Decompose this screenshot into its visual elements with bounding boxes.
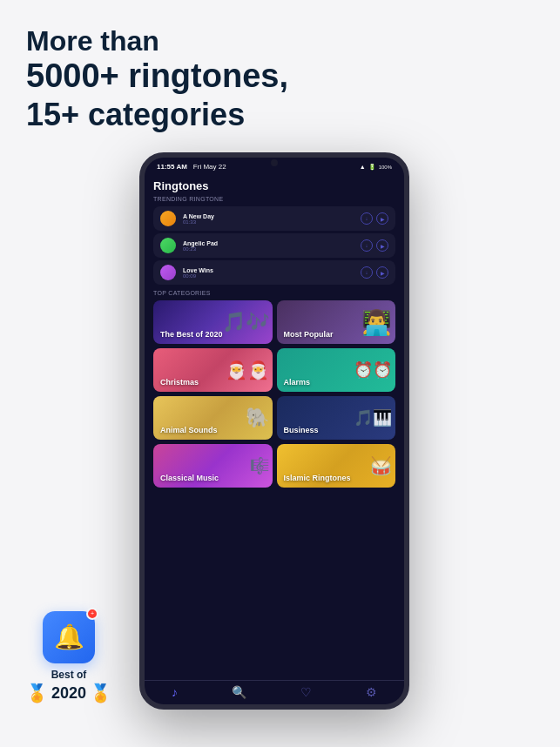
- ringtone-item[interactable]: Angelic Pad 00:23 ↓ ▶: [153, 233, 395, 258]
- play-btn-1[interactable]: ▶: [376, 212, 388, 225]
- ipad-screen: 11:55 AM Fri May 22 ▲ 🔋 100% Ringtones T…: [145, 158, 404, 704]
- notification-badge: +: [86, 608, 98, 620]
- ringtone-duration-1: 01:33: [183, 219, 361, 225]
- categories-grid: 🎵🎶 The Best of 2020 👨‍💻 Most Popular 🎅🎅 …: [153, 300, 395, 488]
- app-icon: 🔔 +: [43, 611, 95, 663]
- best-of-label: Best of: [51, 669, 87, 681]
- ringtone-icon-2: [160, 238, 176, 253]
- download-btn-1[interactable]: ↓: [361, 212, 373, 225]
- ringtone-actions-3: ↓ ▶: [361, 266, 388, 279]
- ringtone-actions-2: ↓ ▶: [361, 239, 388, 252]
- ringtone-duration-2: 00:23: [183, 246, 361, 252]
- right-laurel: 🏅: [90, 683, 111, 703]
- alarms-label: Alarms: [284, 378, 311, 387]
- status-right: ▲ 🔋 100%: [360, 164, 392, 171]
- download-btn-2[interactable]: ↓: [361, 239, 373, 252]
- ringtone-icon-3: [160, 265, 176, 280]
- status-time: 11:55 AM: [157, 163, 187, 171]
- category-best2020[interactable]: 🎵🎶 The Best of 2020: [153, 300, 273, 344]
- classical-label: Classical Music: [160, 474, 219, 482]
- laurels: 🏅 2020 🏅: [26, 683, 111, 703]
- header-line3: 15+ categories: [26, 96, 534, 133]
- animal-sounds-label: Animal Sounds: [160, 426, 218, 434]
- play-btn-2[interactable]: ▶: [376, 239, 388, 252]
- ipad-device: 11:55 AM Fri May 22 ▲ 🔋 100% Ringtones T…: [139, 152, 409, 710]
- tab-settings[interactable]: ⚙: [366, 685, 377, 699]
- ringtone-info-3: Love Wins 00:09: [183, 267, 361, 279]
- islamic-label: Islamic Ringtones: [284, 474, 351, 482]
- ipad-body: 11:55 AM Fri May 22 ▲ 🔋 100% Ringtones T…: [139, 152, 409, 710]
- tab-favorites[interactable]: ♡: [300, 685, 312, 699]
- header-line1: More than: [26, 24, 534, 57]
- badge-wrapper: 🔔 + Best of 🏅 2020 🏅: [26, 611, 111, 703]
- christmas-decor: 🎅🎅: [201, 348, 273, 392]
- header-line2: 5000+ ringtones,: [26, 57, 534, 96]
- app-title: Ringtones: [153, 179, 395, 192]
- categories-section: TOP categories 🎵🎶 The Best of 2020 👨‍💻 M…: [153, 290, 395, 488]
- category-business[interactable]: 🎵🎹 Business: [277, 396, 396, 440]
- category-most-popular[interactable]: 👨‍💻 Most Popular: [277, 300, 396, 344]
- christmas-label: Christmas: [160, 378, 199, 387]
- trending-label: Trending ringtone: [153, 196, 395, 202]
- top-categories-label: TOP categories: [153, 290, 395, 296]
- side-button: [404, 236, 408, 271]
- play-btn-3[interactable]: ▶: [376, 266, 388, 279]
- camera-dot: [271, 159, 278, 166]
- ringtone-info-1: A New Day 01:33: [183, 213, 361, 225]
- category-alarms[interactable]: ⏰⏰ Alarms: [277, 348, 396, 392]
- category-animal-sounds[interactable]: 🐘 Animal Sounds: [153, 396, 273, 440]
- ringtone-name-1: A New Day: [183, 213, 361, 219]
- ringtone-actions-1: ↓ ▶: [361, 212, 388, 225]
- header-section: More than 5000+ ringtones, 15+ categorie…: [26, 24, 534, 133]
- ringtone-item[interactable]: A New Day 01:33 ↓ ▶: [153, 206, 395, 231]
- tab-bar: ♪ 🔍 ♡ ⚙: [145, 680, 404, 704]
- ringtone-item[interactable]: Love Wins 00:09 ↓ ▶: [153, 260, 395, 285]
- business-decor: 🎵🎹: [324, 396, 395, 440]
- ringtone-duration-3: 00:09: [183, 273, 361, 279]
- most-popular-label: Most Popular: [284, 330, 334, 339]
- download-btn-3[interactable]: ↓: [361, 266, 373, 279]
- ringtone-list: A New Day 01:33 ↓ ▶ Angelic Pad 00:23: [153, 206, 395, 285]
- bell-icon: 🔔: [54, 622, 84, 651]
- category-islamic[interactable]: 🥁 Islamic Ringtones: [277, 444, 396, 488]
- battery-icon: 🔋: [368, 164, 376, 171]
- most-popular-decor: 👨‍💻: [324, 300, 395, 344]
- app-content: Ringtones Trending ringtone A New Day 01…: [145, 172, 404, 495]
- left-laurel: 🏅: [26, 683, 48, 703]
- battery-percent: 100%: [379, 165, 392, 170]
- ringtone-icon-1: [160, 211, 176, 226]
- best2020-label: The Best of 2020: [160, 330, 223, 339]
- wifi-icon: ▲: [360, 164, 366, 170]
- badge-year: 2020: [51, 684, 86, 703]
- category-classical[interactable]: 🎼 Classical Music: [153, 444, 273, 488]
- category-christmas[interactable]: 🎅🎅 Christmas: [153, 348, 273, 392]
- tab-search[interactable]: 🔍: [232, 685, 246, 699]
- business-label: Business: [284, 426, 319, 434]
- tab-ringtones[interactable]: ♪: [172, 685, 178, 699]
- ringtone-name-2: Angelic Pad: [183, 240, 361, 246]
- status-date: Fri May 22: [193, 163, 226, 171]
- ringtone-name-3: Love Wins: [183, 267, 361, 273]
- ringtone-info-2: Angelic Pad 00:23: [183, 240, 361, 252]
- alarms-decor: ⏰⏰: [324, 348, 395, 392]
